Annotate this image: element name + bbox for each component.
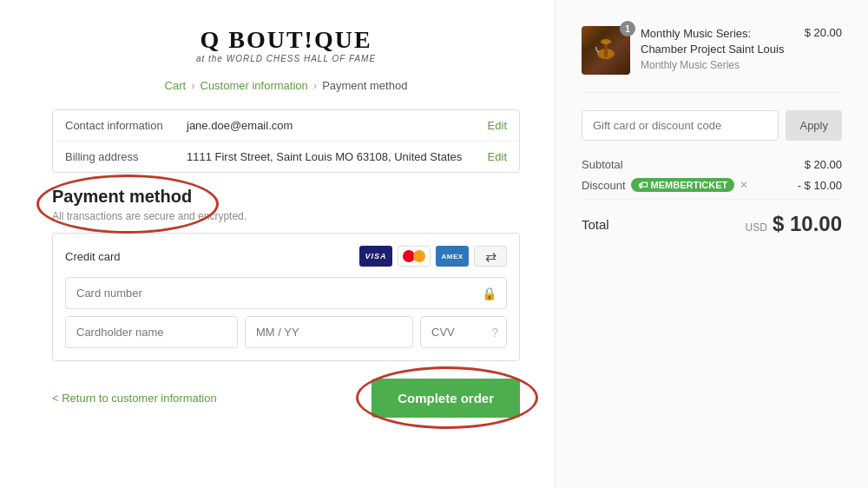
expiry-input[interactable] [245,316,413,348]
discount-row: Discount 🏷 MEMBERTICKET ✕ - $ 10.00 [582,178,842,192]
visa-icon: VISA [359,246,392,267]
mastercard-icon [398,246,431,267]
order-item-price: $ 20.00 [805,26,842,39]
contact-label: Contact information [65,119,187,132]
payment-secure-text: All transactions are secure and encrypte… [52,210,520,222]
breadcrumb-customer-info[interactable]: Customer information [201,79,308,92]
order-item-img-wrapper: 1 [582,26,630,75]
billing-address-row: Billing address 1111 First Street, Saint… [53,142,519,172]
discount-value: - $ 10.00 [798,179,842,192]
left-panel: Q BOUT!QUE at the WORLD CHESS HALL OF FA… [0,0,556,488]
billing-edit-link[interactable]: Edit [488,150,507,163]
return-link[interactable]: < Return to customer information [52,392,217,405]
memberticket-text: MEMBERTICKET [651,180,728,190]
subtotal-row: Subtotal $ 20.00 [582,158,842,171]
grand-total-row: Total USD $ 10.00 [582,199,842,236]
payment-title-wrapper: Payment method [52,187,192,207]
payment-method-section: Payment method All transactions are secu… [52,187,520,361]
contact-info-row: Contact information jane.doe@email.com E… [53,110,519,142]
grand-total-label: Total [582,217,609,232]
credit-card-box: Credit card VISA AMEX ⇄ 🔒 [52,233,520,361]
subtotal-value: $ 20.00 [805,158,842,171]
logo-area: Q BOUT!QUE at the WORLD CHESS HALL OF FA… [52,26,520,63]
apply-discount-button[interactable]: Apply [786,110,842,141]
other-card-icon: ⇄ [474,246,507,267]
grand-total-value: USD $ 10.00 [746,212,842,236]
order-item-info: Monthly Music Series: Chamber Project Sa… [641,26,794,71]
discount-code-input[interactable] [582,110,779,141]
right-panel: 1 Monthly Music Series: Chamber Project … [556,0,868,488]
card-icons: VISA AMEX ⇄ [359,246,507,267]
contact-edit-link[interactable]: Edit [488,119,507,132]
item-quantity-badge: 1 [620,21,635,36]
order-item-sub: Monthly Music Series [641,59,794,71]
credit-card-header: Credit card VISA AMEX ⇄ [65,246,507,267]
breadcrumb-sep-1: › [191,79,194,92]
breadcrumb-payment: Payment method [322,79,407,92]
logo-title: Q BOUT!QUE [52,26,520,54]
order-item: 1 Monthly Music Series: Chamber Project … [582,26,842,93]
billing-value: 1111 First Street, Saint Louis MO 63108,… [187,150,488,163]
billing-label: Billing address [65,150,187,163]
grand-total-amount: $ 10.00 [773,212,842,236]
memberticket-badge: 🏷 MEMBERTICKET [631,178,735,192]
complete-order-wrapper: Complete order [372,379,520,418]
order-item-name: Monthly Music Series: Chamber Project Sa… [641,26,794,57]
svg-point-2 [601,39,611,44]
info-box: Contact information jane.doe@email.com E… [52,109,520,173]
card-number-wrapper: 🔒 [65,277,507,309]
discount-input-row: Apply [582,110,842,141]
contact-value: jane.doe@email.com [187,119,488,132]
cvv-help-icon[interactable]: ? [491,326,498,340]
order-totals: Subtotal $ 20.00 Discount 🏷 MEMBERTICKET… [582,158,842,236]
discount-label-group: Discount 🏷 MEMBERTICKET ✕ [582,178,748,192]
logo-subtitle: at the WORLD CHESS HALL OF FAME [52,54,520,63]
tag-icon: 🏷 [638,180,648,190]
lock-icon: 🔒 [482,287,496,300]
complete-order-button[interactable]: Complete order [372,379,520,418]
discount-remove-icon[interactable]: ✕ [740,179,748,191]
subtotal-label: Subtotal [582,158,623,171]
grand-total-currency: USD [746,221,767,234]
card-bottom-row: ? [65,316,507,348]
credit-card-label: Credit card [65,250,121,263]
bottom-actions: < Return to customer information Complet… [52,379,520,418]
breadcrumb-cart[interactable]: Cart [165,79,187,92]
discount-label: Discount [582,179,626,192]
cardholder-input[interactable] [65,316,238,348]
card-number-input[interactable] [65,277,507,309]
cvv-wrapper: ? [420,316,507,348]
breadcrumb-sep-2: › [313,79,317,92]
amex-icon: AMEX [436,246,469,267]
payment-method-title: Payment method [52,187,192,207]
breadcrumb: Cart › Customer information › Payment me… [52,79,520,92]
